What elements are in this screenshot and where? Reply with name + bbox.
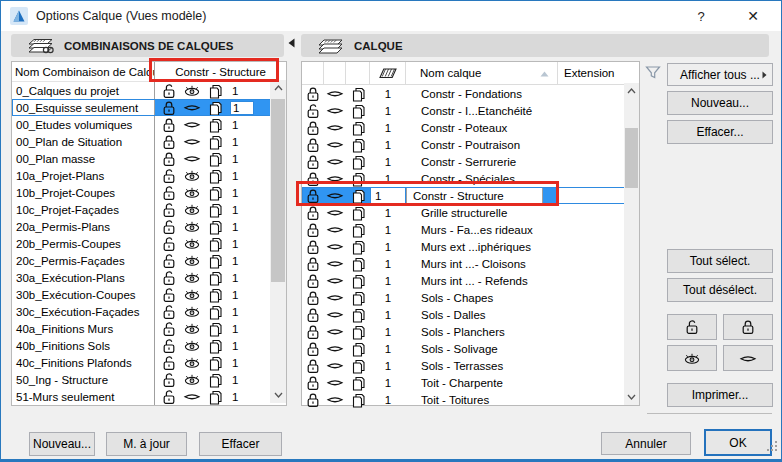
lock-closed-icon[interactable] bbox=[306, 222, 320, 238]
unlock-layers-button[interactable] bbox=[667, 314, 717, 340]
selected-combination-column-header[interactable]: Constr - Structure bbox=[154, 62, 286, 81]
lock-closed-icon[interactable] bbox=[306, 375, 320, 391]
select-all-button[interactable]: Tout sélect. bbox=[667, 249, 773, 273]
lock-closed-icon[interactable] bbox=[162, 117, 176, 133]
combination-row[interactable]: 00_Plan de Situation1 bbox=[12, 133, 286, 150]
lock-open-icon[interactable] bbox=[162, 270, 176, 286]
eye-closed-icon[interactable] bbox=[326, 274, 344, 287]
copies-icon[interactable] bbox=[351, 341, 366, 357]
copies-icon[interactable] bbox=[208, 185, 223, 201]
eye-open-icon[interactable] bbox=[183, 322, 201, 335]
delete-layer-button[interactable]: Effacer... bbox=[667, 120, 773, 144]
lock-open-icon[interactable] bbox=[162, 304, 176, 320]
eye-closed-icon[interactable] bbox=[326, 308, 344, 321]
combination-row[interactable]: 51-Murs seulement1 bbox=[12, 388, 286, 405]
copies-icon[interactable] bbox=[208, 83, 223, 99]
eye-open-icon[interactable] bbox=[183, 186, 201, 199]
help-button[interactable]: ? bbox=[681, 1, 721, 31]
copies-icon[interactable] bbox=[208, 338, 223, 354]
lock-open-icon[interactable] bbox=[162, 321, 176, 337]
layer-row[interactable]: 1Constr - Structure bbox=[302, 187, 639, 204]
eye-open-icon[interactable] bbox=[183, 169, 201, 182]
layer-row[interactable]: 1Constr - I...Etanchéité bbox=[302, 102, 639, 119]
copies-icon[interactable] bbox=[351, 222, 366, 238]
eye-open-icon[interactable] bbox=[183, 356, 201, 369]
copies-icon[interactable] bbox=[208, 134, 223, 150]
layer-row[interactable]: 1Constr - Fondations bbox=[302, 85, 639, 102]
lock-closed-icon[interactable] bbox=[306, 392, 320, 408]
eye-open-icon[interactable] bbox=[183, 237, 201, 250]
eye-closed-icon[interactable] bbox=[326, 359, 344, 372]
copies-icon[interactable] bbox=[351, 392, 366, 408]
eye-closed-icon[interactable] bbox=[326, 291, 344, 304]
eye-closed-icon[interactable] bbox=[183, 101, 201, 114]
copies-icon[interactable] bbox=[351, 324, 366, 340]
lock-closed-icon[interactable] bbox=[306, 120, 320, 136]
copies-icon[interactable] bbox=[208, 151, 223, 167]
lock-closed-icon[interactable] bbox=[306, 137, 320, 153]
layer-row[interactable]: 1Sols - Terrasses bbox=[302, 357, 639, 374]
eye-open-icon[interactable] bbox=[183, 305, 201, 318]
combination-row[interactable]: 10a_Projet-Plans1 bbox=[12, 167, 286, 184]
eye-open-icon[interactable] bbox=[183, 271, 201, 284]
eye-closed-icon[interactable] bbox=[326, 138, 344, 151]
layer-row[interactable]: 1Murs int ... - Refends bbox=[302, 272, 639, 289]
copies-icon[interactable] bbox=[208, 372, 223, 388]
lock-closed-icon[interactable] bbox=[306, 171, 320, 187]
scroll-up-arrow-icon[interactable] bbox=[624, 83, 639, 99]
update-combination-button[interactable]: M. à jour bbox=[106, 432, 187, 456]
copies-icon[interactable] bbox=[208, 236, 223, 252]
layer-row[interactable]: 1Murs int ...- Cloisons bbox=[302, 255, 639, 272]
layer-row[interactable]: 1Sols - Planchers bbox=[302, 323, 639, 340]
combination-row[interactable]: 40c_Finitions Plafonds1 bbox=[12, 354, 286, 371]
show-all-filter-button[interactable]: Afficher tous ... bbox=[667, 63, 773, 86]
eye-closed-icon[interactable] bbox=[326, 223, 344, 236]
lock-open-icon[interactable] bbox=[162, 253, 176, 269]
combination-row[interactable]: 00_Esquisse seulement1 bbox=[12, 99, 286, 116]
lock-column-header[interactable] bbox=[302, 62, 324, 84]
print-button[interactable]: Imprimer... bbox=[667, 383, 773, 407]
copies-icon[interactable] bbox=[351, 205, 366, 221]
copies-icon[interactable] bbox=[351, 358, 366, 374]
combination-row[interactable]: 40b_Finitions Sols1 bbox=[12, 337, 286, 354]
lock-open-icon[interactable] bbox=[162, 168, 176, 184]
visibility-column-header[interactable] bbox=[324, 62, 346, 84]
lock-closed-icon[interactable] bbox=[306, 239, 320, 255]
scrollbar-thumb[interactable] bbox=[271, 99, 285, 282]
copies-icon[interactable] bbox=[351, 103, 366, 119]
layer-row[interactable]: 1Sols - Solivage bbox=[302, 340, 639, 357]
combination-row[interactable]: 10c_Projet-Façades1 bbox=[12, 201, 286, 218]
lock-open-icon[interactable] bbox=[162, 185, 176, 201]
eye-closed-icon[interactable] bbox=[326, 325, 344, 338]
lock-open-icon[interactable] bbox=[162, 338, 176, 354]
lock-open-icon[interactable] bbox=[162, 372, 176, 388]
eye-open-icon[interactable] bbox=[183, 220, 201, 233]
lock-open-icon[interactable] bbox=[162, 83, 176, 99]
copies-icon[interactable] bbox=[208, 253, 223, 269]
copies-icon[interactable] bbox=[208, 389, 223, 405]
copies-icon[interactable] bbox=[208, 168, 223, 184]
copies-icon[interactable] bbox=[208, 270, 223, 286]
copies-icon[interactable] bbox=[351, 307, 366, 323]
copies-icon[interactable] bbox=[351, 171, 366, 187]
lock-closed-icon[interactable] bbox=[306, 188, 320, 204]
lock-open-icon[interactable] bbox=[162, 389, 176, 405]
eye-open-icon[interactable] bbox=[183, 254, 201, 267]
cancel-button[interactable]: Annuler bbox=[601, 432, 691, 455]
eye-closed-icon[interactable] bbox=[183, 135, 201, 148]
eye-open-icon[interactable] bbox=[183, 288, 201, 301]
layer-row[interactable]: 1Constr - Poteaux bbox=[302, 119, 639, 136]
scroll-down-arrow-icon[interactable] bbox=[624, 389, 639, 405]
lock-closed-icon[interactable] bbox=[306, 273, 320, 289]
scroll-up-arrow-icon[interactable] bbox=[270, 80, 286, 96]
layer-row[interactable]: 1Sols - Dalles bbox=[302, 306, 639, 323]
eye-closed-icon[interactable] bbox=[326, 155, 344, 168]
collapse-panel-arrow-icon[interactable] bbox=[288, 38, 295, 48]
lock-closed-icon[interactable] bbox=[306, 290, 320, 306]
layer-row[interactable]: 1Sols - Chapes bbox=[302, 289, 639, 306]
copies-icon[interactable] bbox=[351, 290, 366, 306]
close-button[interactable]: ✕ bbox=[733, 1, 773, 31]
layer-row[interactable]: 1Toit - Toitures bbox=[302, 391, 639, 408]
eye-closed-icon[interactable] bbox=[326, 172, 344, 185]
intersection-group-column-header[interactable] bbox=[370, 62, 406, 84]
